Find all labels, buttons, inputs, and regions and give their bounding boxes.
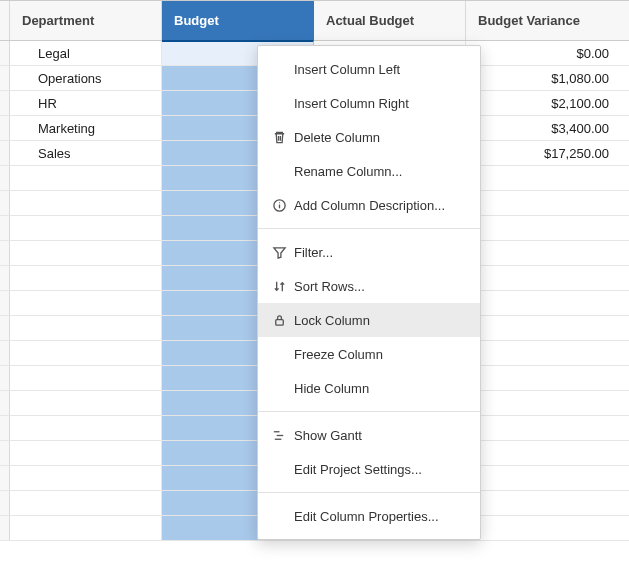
cell-department[interactable] — [10, 266, 162, 290]
cell-department[interactable] — [10, 291, 162, 315]
menu-insert-column-right[interactable]: Insert Column Right — [258, 86, 480, 120]
menu-label: Filter... — [294, 245, 333, 260]
row-gutter[interactable] — [0, 141, 10, 165]
cell-department[interactable] — [10, 416, 162, 440]
svg-point-2 — [279, 202, 280, 203]
cell-budget-variance[interactable] — [466, 241, 629, 265]
cell-budget-variance[interactable] — [466, 516, 629, 540]
cell-department[interactable]: HR — [10, 91, 162, 115]
column-header-department[interactable]: Department — [10, 1, 162, 40]
lock-icon — [272, 313, 294, 328]
menu-label: Rename Column... — [294, 164, 402, 179]
cell-department[interactable] — [10, 191, 162, 215]
cell-department[interactable] — [10, 491, 162, 515]
cell-department[interactable] — [10, 441, 162, 465]
menu-edit-column-properties[interactable]: Edit Column Properties... — [258, 499, 480, 533]
cell-department[interactable]: Marketing — [10, 116, 162, 140]
menu-show-gantt[interactable]: Show Gantt — [258, 418, 480, 452]
svg-rect-3 — [276, 319, 284, 325]
cell-budget-variance[interactable] — [466, 416, 629, 440]
row-gutter[interactable] — [0, 241, 10, 265]
menu-label: Insert Column Left — [294, 62, 400, 77]
row-gutter[interactable] — [0, 391, 10, 415]
menu-label: Hide Column — [294, 381, 369, 396]
row-gutter[interactable] — [0, 491, 10, 515]
row-gutter[interactable] — [0, 66, 10, 90]
cell-department[interactable] — [10, 241, 162, 265]
cell-budget-variance[interactable] — [466, 266, 629, 290]
menu-label: Edit Column Properties... — [294, 509, 439, 524]
cell-budget-variance[interactable] — [466, 341, 629, 365]
row-gutter[interactable] — [0, 291, 10, 315]
menu-insert-column-left[interactable]: Insert Column Left — [258, 52, 480, 86]
cell-budget-variance[interactable] — [466, 466, 629, 490]
menu-delete-column[interactable]: Delete Column — [258, 120, 480, 154]
cell-budget-variance[interactable]: $0.00 — [466, 41, 629, 65]
row-gutter[interactable] — [0, 191, 10, 215]
cell-department[interactable] — [10, 216, 162, 240]
column-context-menu: Insert Column Left Insert Column Right D… — [257, 45, 481, 540]
sort-icon — [272, 279, 294, 294]
row-gutter[interactable] — [0, 41, 10, 65]
menu-label: Lock Column — [294, 313, 370, 328]
row-gutter[interactable] — [0, 416, 10, 440]
row-gutter[interactable] — [0, 91, 10, 115]
column-header-budget[interactable]: Budget — [162, 1, 314, 40]
menu-filter[interactable]: Filter... — [258, 235, 480, 269]
cell-budget-variance[interactable] — [466, 166, 629, 190]
menu-add-column-description[interactable]: Add Column Description... — [258, 188, 480, 222]
row-gutter-header — [0, 1, 10, 40]
cell-department[interactable] — [10, 466, 162, 490]
cell-budget-variance[interactable] — [466, 391, 629, 415]
trash-icon — [272, 130, 294, 145]
cell-budget-variance[interactable] — [466, 316, 629, 340]
row-gutter[interactable] — [0, 441, 10, 465]
menu-lock-column[interactable]: Lock Column — [258, 303, 480, 337]
cell-budget-variance[interactable] — [466, 366, 629, 390]
menu-separator — [258, 228, 480, 229]
menu-label: Delete Column — [294, 130, 380, 145]
cell-department[interactable] — [10, 391, 162, 415]
menu-rename-column[interactable]: Rename Column... — [258, 154, 480, 188]
row-gutter[interactable] — [0, 316, 10, 340]
menu-separator — [258, 492, 480, 493]
cell-budget-variance[interactable]: $2,100.00 — [466, 91, 629, 115]
menu-label: Show Gantt — [294, 428, 362, 443]
cell-department[interactable] — [10, 516, 162, 540]
menu-hide-column[interactable]: Hide Column — [258, 371, 480, 405]
cell-budget-variance[interactable] — [466, 491, 629, 515]
cell-budget-variance[interactable] — [466, 441, 629, 465]
row-gutter[interactable] — [0, 466, 10, 490]
cell-department[interactable]: Operations — [10, 66, 162, 90]
cell-department[interactable] — [10, 166, 162, 190]
menu-sort-rows[interactable]: Sort Rows... — [258, 269, 480, 303]
row-gutter[interactable] — [0, 166, 10, 190]
cell-budget-variance[interactable] — [466, 291, 629, 315]
cell-budget-variance[interactable] — [466, 191, 629, 215]
row-gutter[interactable] — [0, 116, 10, 140]
cell-budget-variance[interactable]: $1,080.00 — [466, 66, 629, 90]
cell-department[interactable] — [10, 341, 162, 365]
row-gutter[interactable] — [0, 216, 10, 240]
cell-budget-variance[interactable]: $17,250.00 — [466, 141, 629, 165]
column-header-row: Department Budget Actual Budget Budget V… — [0, 1, 629, 41]
row-gutter[interactable] — [0, 266, 10, 290]
menu-separator — [258, 411, 480, 412]
menu-label: Insert Column Right — [294, 96, 409, 111]
cell-budget-variance[interactable] — [466, 216, 629, 240]
menu-label: Freeze Column — [294, 347, 383, 362]
column-header-budget-variance[interactable]: Budget Variance — [466, 1, 629, 40]
cell-department[interactable]: Sales — [10, 141, 162, 165]
cell-department[interactable] — [10, 316, 162, 340]
menu-edit-project-settings[interactable]: Edit Project Settings... — [258, 452, 480, 486]
cell-department[interactable] — [10, 366, 162, 390]
row-gutter[interactable] — [0, 366, 10, 390]
menu-label: Sort Rows... — [294, 279, 365, 294]
gantt-icon — [272, 428, 294, 443]
row-gutter[interactable] — [0, 341, 10, 365]
column-header-actual-budget[interactable]: Actual Budget — [314, 1, 466, 40]
cell-budget-variance[interactable]: $3,400.00 — [466, 116, 629, 140]
cell-department[interactable]: Legal — [10, 41, 162, 65]
menu-freeze-column[interactable]: Freeze Column — [258, 337, 480, 371]
row-gutter[interactable] — [0, 516, 10, 540]
